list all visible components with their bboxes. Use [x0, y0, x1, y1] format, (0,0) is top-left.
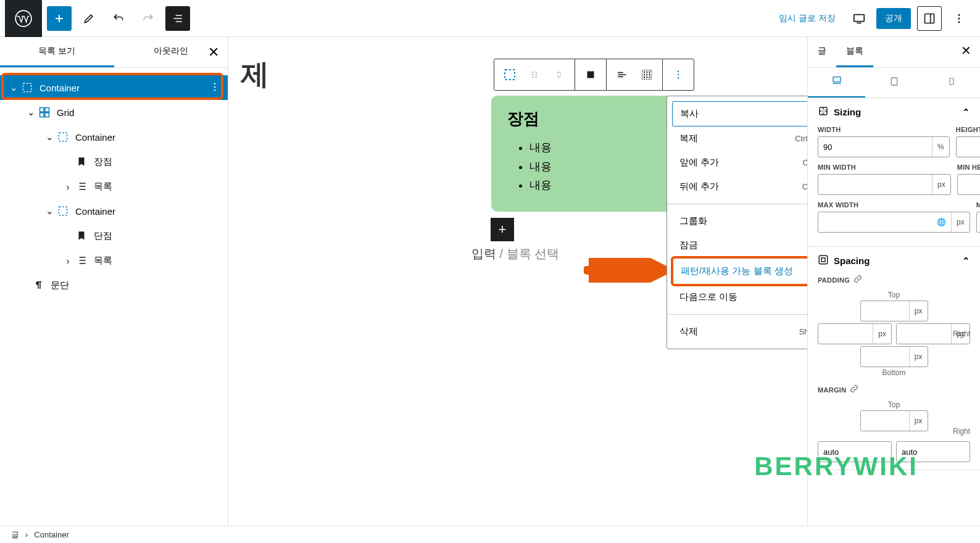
margin-right-input[interactable]	[897, 447, 970, 457]
max-width-input[interactable]	[818, 218, 932, 227]
svg-point-36	[678, 77, 679, 78]
breadcrumb-item[interactable]: 글	[11, 529, 19, 541]
tree-item-options[interactable]	[209, 81, 220, 94]
post-title-fragment[interactable]: 제	[241, 56, 269, 94]
block-placeholder[interactable]: 입력 / 블록 선택	[471, 246, 559, 262]
preview-button[interactable]	[848, 7, 870, 30]
menu-delete[interactable]: 삭제Shift+Alt+Z	[672, 320, 807, 344]
container-type-icon[interactable]	[499, 64, 520, 85]
block-options-button[interactable]	[668, 64, 689, 85]
width-label: WIDTH	[818, 126, 950, 133]
bookmark-icon	[74, 154, 89, 169]
menu-insert-after[interactable]: 뒤에 추가Ctrl+Alt+Y	[672, 175, 807, 199]
sizing-section: Sizing ⌃ WIDTH % HEIGHT px MIN WIDTH px	[808, 98, 980, 247]
unit-label[interactable]: px	[909, 347, 928, 367]
margin-top-input[interactable]	[861, 417, 909, 426]
minw-label: MIN WIDTH	[818, 164, 951, 171]
menu-copy[interactable]: 복사	[672, 101, 807, 126]
padding-top-input[interactable]	[861, 307, 909, 316]
svg-point-19	[532, 77, 533, 78]
unit-label[interactable]: %	[932, 137, 949, 157]
menu-duplicate[interactable]: 복제Ctrl+Shift+D	[672, 126, 807, 151]
svg-rect-13	[45, 113, 49, 117]
section-title: Sizing	[834, 107, 861, 117]
svg-rect-12	[40, 113, 44, 117]
margin-left-input[interactable]	[818, 447, 891, 457]
device-tablet[interactable]	[865, 68, 923, 97]
tab-post-settings[interactable]: 글	[808, 37, 836, 67]
menu-insert-before[interactable]: 앞에 추가Ctrl+Alt+T	[672, 151, 807, 175]
justify-icon[interactable]	[612, 64, 633, 85]
svg-rect-6	[23, 83, 31, 91]
tab-list-view[interactable]: 목록 보기	[0, 37, 114, 67]
tree-item-heading-pros[interactable]: 장점	[0, 149, 228, 174]
more-menu-button[interactable]	[948, 7, 970, 30]
device-desktop[interactable]	[808, 68, 865, 97]
list-view-button[interactable]	[165, 6, 190, 31]
chevron-up-icon[interactable]: ⌃	[962, 107, 970, 118]
tree-item-grid[interactable]: ⌄ Grid	[0, 100, 228, 125]
container-icon	[20, 80, 35, 95]
svg-point-34	[678, 71, 679, 72]
save-draft-button[interactable]: 임시 글로 저장	[773, 9, 842, 28]
tree-item-container-2[interactable]: ⌄ Container	[0, 125, 228, 149]
unit-label[interactable]: px	[909, 301, 928, 321]
height-input[interactable]	[957, 143, 980, 152]
svg-point-8	[214, 86, 215, 87]
unit-label[interactable]: px	[951, 324, 970, 344]
min-height-input[interactable]	[958, 180, 980, 189]
edit-mode-button[interactable]	[77, 6, 101, 31]
tree-item-paragraph[interactable]: 문단	[0, 273, 228, 297]
tab-block-settings[interactable]: 블록	[836, 37, 873, 67]
minh-label: MIN HEIGHT	[957, 164, 980, 171]
unit-label[interactable]: px	[909, 411, 928, 431]
menu-group[interactable]: 그룹화	[672, 209, 807, 233]
block-tree: ⌄ Container ⌄ Grid ⌄ Container 장점	[0, 75, 228, 297]
svg-rect-11	[45, 108, 49, 112]
grid-icon	[37, 105, 52, 120]
tree-item-list-2[interactable]: › 목록	[0, 248, 228, 273]
tree-item-heading-cons[interactable]: 단점	[0, 223, 228, 248]
top-label: Top	[888, 400, 900, 409]
svg-rect-39	[833, 77, 841, 82]
unit-label[interactable]: px	[873, 324, 891, 344]
list-view-panel: 목록 보기 아웃라인 ✕ ⌄ Container ⌄ Grid ⌄ Contai…	[0, 37, 228, 526]
move-up-down-icon[interactable]	[549, 64, 570, 85]
link-icon[interactable]	[850, 384, 858, 396]
align-full-icon[interactable]	[580, 64, 601, 85]
wordpress-logo[interactable]	[5, 0, 42, 37]
svg-rect-40	[891, 78, 897, 85]
close-settings-button[interactable]: ✕	[952, 37, 980, 67]
globe-icon: 🌐	[932, 212, 951, 232]
link-icon[interactable]	[853, 275, 862, 286]
tree-item-container-root[interactable]: ⌄ Container	[0, 75, 228, 100]
menu-move-to[interactable]: 다음으로 이동	[672, 285, 807, 309]
add-block-button[interactable]	[47, 6, 72, 31]
padding-left-input[interactable]	[818, 330, 873, 339]
tree-item-list-1[interactable]: › 목록	[0, 174, 228, 199]
chevron-up-icon[interactable]: ⌃	[962, 255, 970, 267]
device-mobile[interactable]	[923, 68, 980, 97]
insert-block-button[interactable]: +	[491, 218, 514, 241]
padding-right-input[interactable]	[897, 330, 951, 339]
svg-rect-44	[821, 258, 825, 262]
menu-create-pattern[interactable]: 패턴/재사용 가능 블록 생성	[673, 259, 807, 284]
tree-item-container-3[interactable]: ⌄ Container	[0, 199, 228, 223]
matrix-align-icon[interactable]	[636, 64, 657, 85]
width-input[interactable]	[818, 143, 932, 152]
max-height-input[interactable]	[977, 218, 980, 227]
unit-label[interactable]: px	[932, 175, 950, 194]
breadcrumb-item[interactable]: Container	[34, 530, 69, 539]
redo-button[interactable]	[136, 6, 160, 31]
min-width-input[interactable]	[818, 180, 932, 189]
settings-panel-toggle[interactable]	[917, 6, 942, 31]
unit-label[interactable]: px	[951, 212, 970, 232]
tree-item-label: Container	[39, 83, 80, 93]
close-panel-button[interactable]: ✕	[204, 43, 223, 62]
drag-handle-icon[interactable]	[524, 64, 545, 85]
publish-button[interactable]: 공개	[876, 8, 911, 29]
undo-button[interactable]	[106, 6, 131, 31]
tree-item-label: Container	[75, 206, 115, 217]
menu-lock[interactable]: 잠금	[672, 233, 807, 257]
padding-bottom-input[interactable]	[861, 352, 909, 362]
